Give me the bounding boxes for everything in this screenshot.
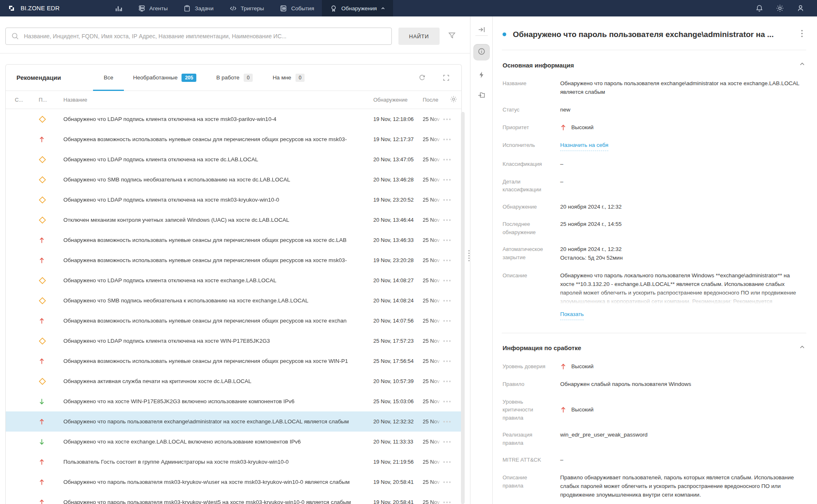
vertical-scrollbar[interactable] [461,112,465,504]
table-row[interactable]: Обнаружено что SMB подпись необязательна… [6,290,461,311]
table-row[interactable]: Обнаружено что пароль пользователя excha… [6,411,461,432]
row-menu-button[interactable] [443,118,461,120]
tab-in-progress[interactable]: В работе 0 [216,65,253,91]
tab-unprocessed[interactable]: Необработанные 205 [133,65,196,91]
table-row[interactable]: Обнаружена возможность использовать нуле… [6,351,461,371]
info-tab-active[interactable] [473,44,490,60]
section-main-header: Основная информация [502,50,806,75]
row-menu-button[interactable] [443,199,461,201]
award-icon [330,5,338,12]
col-detected[interactable]: Обнаружение [373,97,423,103]
user-profile-icon[interactable] [796,4,805,12]
row-menu-button[interactable] [443,461,461,463]
table-row[interactable]: Пользователь Гость состоит в группе Адми… [6,452,461,472]
nav-triggers[interactable]: Триггеры [221,0,272,16]
row-menu-button[interactable] [443,139,461,140]
nav-tasks[interactable]: Задачи [175,0,221,16]
table-row[interactable]: Обнаружена возможность использовать нуле… [6,250,461,270]
field-auto-close-label: Автоматическое закрытие [503,245,549,262]
row-detected-time: 19 Nov, 20:58:41 [373,499,423,504]
search-input[interactable] [5,28,392,45]
table-row[interactable]: Обнаружено что SMB подпись необязательна… [6,170,461,190]
col-after[interactable]: После [423,97,443,103]
row-after-time: 25 Nov [423,499,443,504]
show-more-link[interactable]: Показать [560,310,584,320]
main-area: НАЙТИ Рекомендации Все Необработанные 20… [0,16,817,504]
table-row[interactable]: Обнаружена возможность использовать нуле… [6,129,461,149]
row-menu-button[interactable] [443,320,461,322]
nav-dashboard[interactable] [107,0,130,16]
panel-header: Рекомендации Все Необработанные 205 В ра… [6,65,461,91]
row-menu-button[interactable] [443,481,461,483]
lightning-events-icon[interactable] [478,71,485,79]
table-row[interactable]: Отключен механизм контроля учетных запис… [6,210,461,230]
row-detected-time: 19 Nov, 23:20:52 [373,197,423,203]
table-row[interactable]: Обнаружена возможность использовать нуле… [6,311,461,331]
table-row[interactable]: Обнаружено что пароль пользователя msk03… [6,492,461,504]
nav-agents[interactable]: Агенты [130,0,175,16]
kebab-menu-icon[interactable] [798,29,805,40]
row-menu-button[interactable] [443,421,461,423]
nav-detections[interactable]: Обнаружения [322,0,393,16]
section-collapse-icon[interactable] [799,344,805,352]
folder-export-icon[interactable] [477,91,486,99]
row-menu-button[interactable] [443,401,461,402]
expand-fullscreen-icon[interactable] [442,74,450,81]
field-rule-desc-label: Описание правила [503,474,549,499]
row-menu-button[interactable] [443,219,461,221]
table-row[interactable]: Обнаружено что на хосте exchange.LAB.LOC… [6,432,461,452]
column-settings-gear-icon[interactable] [450,95,461,104]
row-detected-time: 25 Nov, 15:03:06 [373,398,423,404]
notifications-bell-icon[interactable] [755,4,763,12]
refresh-icon[interactable] [418,74,426,81]
panel-resize-handle[interactable] [468,250,470,261]
row-detected-time: 25 Nov, 17:56:54 [373,358,423,364]
tab-all[interactable]: Все [104,65,113,91]
section-collapse-icon[interactable] [799,61,805,69]
priority-icon [39,257,63,264]
row-menu-button[interactable] [443,502,461,503]
col-status[interactable]: С... [15,97,39,103]
row-menu-button[interactable] [443,159,461,160]
collapse-panel-icon[interactable] [477,26,486,34]
description-text: Обнаружено что пароль локального пользов… [560,272,805,306]
row-menu-button[interactable] [443,441,461,443]
table-row[interactable]: Обнаружено что на хосте WIN-P17E85JK2G3 … [6,391,461,411]
table-row[interactable]: Обнаружена возможность использовать нуле… [6,230,461,250]
tab-all-label: Все [104,74,113,81]
table-row[interactable]: Обнаружено что LDAP подпись клиента откл… [6,190,461,210]
field-status-label: Статус [503,106,549,114]
row-menu-button[interactable] [443,381,461,382]
search-button[interactable]: НАЙТИ [398,28,440,45]
col-name[interactable]: Название [63,97,373,103]
filter-funnel-icon[interactable] [446,30,458,43]
table-row[interactable]: Обнаружено что LDAP подпись клиента откл… [6,331,461,351]
row-after-time: 25 Nov [423,318,443,324]
nav-events[interactable]: События [272,0,322,16]
table-row[interactable]: Обнаружено что LDAP подпись клиента откл… [6,270,461,290]
field-auto-close: Автоматическое закрытие 20 ноября 2024 г… [502,241,806,267]
row-after-time: 25 Nov [423,358,443,364]
row-detected-time: 19 Nov, 21:19:56 [373,459,423,465]
row-menu-button[interactable] [443,260,461,261]
table-row[interactable]: Обнаружено что LDAP подпись клиента откл… [6,149,461,170]
row-menu-button[interactable] [443,179,461,181]
table-row[interactable]: Обнаружена активная служба печати на кри… [6,371,461,391]
tab-on-me[interactable]: На мне 0 [272,65,305,91]
col-priority[interactable]: П... [39,97,63,103]
row-menu-button[interactable] [443,239,461,241]
row-menu-button[interactable] [443,300,461,302]
row-menu-button[interactable] [443,340,461,342]
field-rule-impl-label: Реализация правила [503,431,549,447]
field-mitre-label: MITRE ATT&CK [503,456,549,465]
row-menu-button[interactable] [443,360,461,362]
settings-gear-icon[interactable] [776,4,784,12]
table-row[interactable]: Обнаружено что LDAP подпись клиента откл… [6,109,461,129]
assign-to-me-link[interactable]: Назначить на себя [560,141,608,151]
row-name: Обнаружено что пароль пользователя excha… [63,418,373,425]
brand[interactable]: BI.ZONE EDR [0,0,70,16]
tabs: Все Необработанные 205 В работе 0 На мне [104,65,305,91]
field-class-details-label: Детали классификации [503,178,549,194]
table-row[interactable]: Обнаружено что пароль пользователя msk03… [6,472,461,492]
row-menu-button[interactable] [443,280,461,281]
